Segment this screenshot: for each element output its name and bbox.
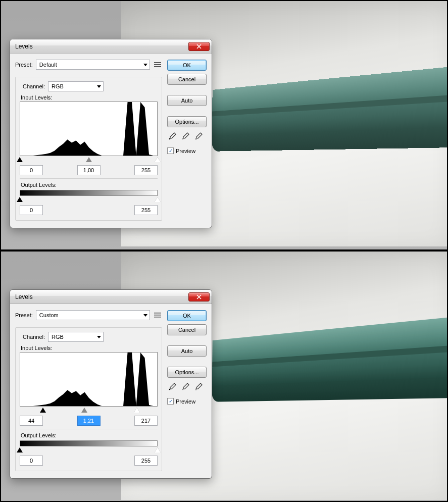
input-white-field[interactable] [134,165,158,175]
output-slider-track[interactable] [20,197,158,203]
svg-rect-1 [154,64,161,65]
black-point-slider[interactable] [40,408,46,413]
input-slider-track[interactable] [20,408,158,414]
svg-point-11 [169,389,171,390]
input-gamma-field[interactable] [77,416,101,426]
ok-button[interactable]: OK [167,310,207,321]
svg-rect-9 [154,317,161,318]
input-slider-track[interactable] [20,157,158,163]
close-icon [196,44,202,49]
auto-button[interactable]: Auto [167,345,207,357]
output-levels-label: Output Levels: [21,432,158,438]
eyedropper-icon [168,132,176,140]
eyedrop-white[interactable] [193,131,204,141]
dialog-title: Levels [15,43,188,50]
dialog-title: Levels [15,293,188,300]
svg-marker-10 [20,353,157,406]
gamma-slider[interactable] [81,408,87,413]
preview-checkbox[interactable] [167,147,174,154]
cancel-button[interactable]: Cancel [167,74,207,85]
eyedrop-gray[interactable] [180,382,190,392]
eyedropper-icon [194,132,203,140]
menu-icon [154,62,161,68]
preset-label: Preset: [15,312,33,318]
close-icon [196,294,202,299]
preset-menu-button[interactable] [153,60,162,69]
svg-rect-7 [154,313,161,314]
ok-button[interactable]: OK [167,60,207,71]
svg-rect-8 [154,315,161,316]
input-gamma-field[interactable] [77,165,101,175]
output-black-field[interactable] [20,205,43,215]
output-white-slider[interactable] [155,447,161,453]
cancel-button[interactable]: Cancel [167,324,207,335]
preset-value: Custom [39,312,59,318]
output-levels-label: Output Levels: [21,182,158,188]
svg-rect-0 [154,62,161,63]
close-button[interactable] [188,292,210,302]
preview-label: Preview [176,398,195,405]
output-slider-track[interactable] [20,447,158,454]
input-black-field[interactable] [20,165,43,175]
output-black-slider[interactable] [17,447,23,453]
eyedropper-icon [181,383,189,391]
preset-combo[interactable]: Custom [36,310,150,320]
options-button[interactable]: Options... [167,367,207,378]
svg-point-5 [182,138,184,140]
menu-icon [154,312,161,318]
preset-label: Preset: [15,62,33,68]
output-white-slider[interactable] [155,197,161,202]
titlebar[interactable]: Levels [10,39,212,54]
levels-group: Channel: RGB Input Levels: [15,77,162,221]
input-histogram [20,352,158,407]
eyedrop-gray[interactable] [180,131,190,141]
eyedropper-icon [181,132,189,140]
svg-marker-3 [20,102,157,156]
levels-dialog-top: Levels Preset: Default Channel: [10,39,212,228]
chevron-down-icon [97,336,101,338]
eyedropper-icon [168,383,176,391]
histogram-chart [20,102,157,156]
output-black-field[interactable] [20,456,43,466]
output-black-slider[interactable] [17,197,23,202]
eyedrop-white[interactable] [193,382,204,392]
input-histogram [20,102,158,156]
chevron-down-icon [143,314,147,317]
close-button[interactable] [188,42,210,51]
eyedrop-black[interactable] [167,131,177,141]
preset-value: Default [39,62,57,68]
chevron-down-icon [97,85,101,88]
chevron-down-icon [143,64,147,66]
white-point-slider[interactable] [134,408,140,413]
divider [20,178,158,179]
channel-combo[interactable]: RGB [48,332,104,342]
preset-menu-button[interactable] [153,311,162,320]
svg-rect-2 [154,66,161,67]
auto-button[interactable]: Auto [167,95,207,106]
input-white-field[interactable] [134,416,158,426]
preview-checkbox[interactable] [167,398,174,405]
output-gradient [20,440,158,446]
channel-label: Channel: [23,334,45,340]
input-black-field[interactable] [20,416,43,426]
titlebar[interactable]: Levels [10,290,212,304]
white-point-slider[interactable] [155,157,161,162]
preset-combo[interactable]: Default [36,60,150,70]
divider [20,429,158,429]
output-white-field[interactable] [134,456,158,466]
gamma-slider[interactable] [86,157,92,162]
input-levels-label: Input Levels: [21,345,158,351]
svg-point-4 [169,138,171,140]
black-point-slider[interactable] [17,157,23,162]
eyedropper-icon [194,383,203,391]
input-levels-label: Input Levels: [21,94,158,101]
options-button[interactable]: Options... [167,116,207,127]
output-gradient [20,190,158,196]
channel-combo[interactable]: RGB [48,81,104,91]
channel-value: RGB [52,83,64,89]
levels-dialog-bottom: Levels Preset: Custom Channel: R [10,289,212,479]
svg-point-12 [182,389,184,390]
eyedrop-black[interactable] [167,382,177,392]
output-white-field[interactable] [134,205,158,215]
histogram-chart [20,353,157,406]
